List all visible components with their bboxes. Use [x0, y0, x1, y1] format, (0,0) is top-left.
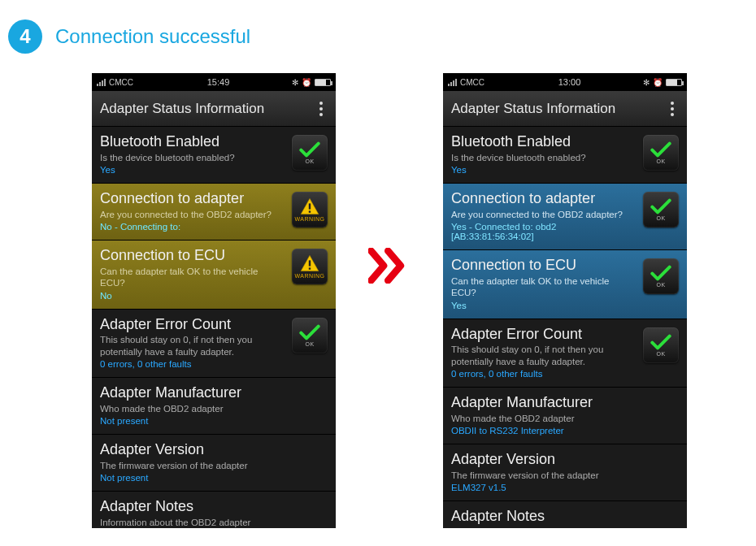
overflow-menu-icon[interactable]: [315, 97, 328, 121]
app-title: Adapter Status Information: [451, 101, 615, 117]
list-item-value: Not present: [100, 473, 328, 483]
wifi-icon: [137, 79, 145, 85]
arrow-right-icon: [365, 248, 414, 284]
battery-icon: [315, 79, 331, 86]
bluetooth-icon: ✻: [643, 78, 650, 87]
ok-badge: OK: [643, 135, 679, 171]
list-item-value: Yes - Connected to: obd2 [AB:33:81:56:34…: [451, 222, 637, 241]
list-item-title: Adapter Error Count: [100, 316, 285, 333]
list-item-title: Adapter Notes: [100, 498, 328, 515]
list-item-desc: This should stay on 0, if not then you p…: [451, 344, 637, 367]
list-item-title: Connection to ECU: [100, 247, 285, 264]
svg-rect-0: [309, 203, 311, 209]
bluetooth-icon: ✻: [292, 78, 298, 87]
list-item-desc: Information about the OBD2 adapter: [100, 517, 328, 528]
list-item-value: No - Connecting to:: [100, 222, 285, 232]
list-item[interactable]: Adapter Notes Information about the OBD2…: [92, 492, 336, 528]
list-item-desc: Is the device bluetooth enabled?: [100, 152, 285, 163]
ok-badge: OK: [643, 258, 679, 294]
ok-badge: OK: [643, 192, 679, 228]
status-bar: CMCC 15:49 ✻ ⏰: [92, 73, 336, 91]
list-item-desc: Is the device bluetooth enabled?: [451, 152, 637, 163]
list-item-value: No: [100, 291, 285, 301]
ok-badge: OK: [643, 327, 679, 363]
signal-icon: [97, 79, 106, 86]
alarm-icon: ⏰: [302, 78, 311, 87]
ok-badge: OK: [292, 318, 328, 353]
list-item-value: 0 errors, 0 other faults: [100, 359, 285, 369]
list-item[interactable]: Connection to ECU Can the adapter talk O…: [443, 250, 687, 318]
list-item-title: Adapter Manufacturer: [451, 394, 679, 411]
signal-icon: [448, 79, 457, 86]
list-item-desc: The firmware version of the adapter: [451, 470, 679, 481]
svg-rect-3: [309, 268, 311, 270]
list-item-value: Yes: [100, 165, 285, 175]
list-item-desc: Information about the OBD2 adapter: [451, 526, 679, 528]
list-item-title: Connection to adapter: [100, 190, 285, 207]
list-item[interactable]: Adapter Manufacturer Who made the OBD2 a…: [443, 388, 687, 444]
warning-badge: WARNING: [292, 192, 328, 228]
list-item-value: OBDII to RS232 Interpreter: [451, 426, 679, 436]
list-item[interactable]: Adapter Error Count This should stay on …: [92, 310, 336, 378]
list-item-desc: Are you connected to the OBD2 adapter?: [100, 209, 285, 220]
list-item-title: Adapter Notes: [451, 508, 679, 525]
status-list[interactable]: Bluetooth Enabled Is the device bluetoot…: [92, 127, 336, 528]
overflow-menu-icon[interactable]: [666, 97, 679, 121]
list-item-title: Adapter Version: [100, 441, 328, 458]
statusbar-time: 15:49: [207, 77, 230, 87]
list-item-value: ELM327 v1.5: [451, 483, 679, 492]
wifi-icon: [488, 79, 496, 85]
list-item[interactable]: Adapter Manufacturer Who made the OBD2 a…: [92, 378, 336, 435]
list-item-value: Yes: [451, 301, 637, 310]
list-item-value: Not present: [100, 416, 328, 426]
phone-before: CMCC 15:49 ✻ ⏰ Adapter Status Informatio…: [92, 73, 336, 528]
list-item-value: Yes: [451, 165, 637, 175]
list-item-title: Bluetooth Enabled: [451, 133, 637, 150]
page-title: Connection successful: [55, 25, 250, 48]
list-item[interactable]: Adapter Notes Information about the OBD2…: [443, 501, 687, 528]
list-item-title: Connection to ECU: [451, 257, 637, 274]
svg-rect-1: [309, 210, 311, 212]
list-item-value: 0 errors, 0 other faults: [451, 369, 637, 379]
list-item[interactable]: Adapter Error Count This should stay on …: [443, 319, 687, 388]
svg-rect-2: [309, 261, 311, 266]
list-item-desc: Can the adapter talk OK to the vehicle E…: [100, 266, 285, 289]
step-number-badge: 4: [8, 20, 42, 54]
list-item[interactable]: Connection to adapter Are you connected …: [92, 184, 336, 240]
list-item-desc: Who made the OBD2 adapter: [451, 413, 679, 424]
list-item-title: Bluetooth Enabled: [100, 133, 285, 150]
list-item[interactable]: Connection to ECU Can the adapter talk O…: [92, 240, 336, 309]
list-item-desc: Who made the OBD2 adapter: [100, 403, 328, 414]
list-item-desc: Are you connected to the OBD2 adapter?: [451, 209, 637, 220]
warning-badge: WARNING: [292, 249, 328, 284]
list-item[interactable]: Bluetooth Enabled Is the device bluetoot…: [92, 127, 336, 184]
ok-badge: OK: [292, 135, 328, 171]
carrier-label: CMCC: [109, 78, 133, 87]
carrier-label: CMCC: [460, 78, 484, 87]
app-title: Adapter Status Information: [100, 101, 264, 117]
statusbar-time: 13:00: [558, 77, 581, 87]
list-item-title: Adapter Error Count: [451, 326, 637, 343]
list-item-desc: This should stay on 0, if not then you p…: [100, 334, 285, 358]
list-item-title: Adapter Version: [451, 451, 679, 468]
app-bar: Adapter Status Information: [443, 91, 687, 127]
alarm-icon: ⏰: [653, 78, 663, 87]
battery-icon: [666, 79, 682, 86]
list-item-title: Adapter Manufacturer: [100, 384, 328, 401]
status-list[interactable]: Bluetooth Enabled Is the device bluetoot…: [443, 127, 687, 528]
list-item[interactable]: Adapter Version The firmware version of …: [92, 435, 336, 492]
list-item-desc: Can the adapter talk OK to the vehicle E…: [451, 275, 637, 299]
list-item-title: Connection to adapter: [451, 190, 637, 207]
list-item[interactable]: Adapter Version The firmware version of …: [443, 444, 687, 501]
list-item[interactable]: Bluetooth Enabled Is the device bluetoot…: [443, 127, 687, 184]
phone-after: CMCC 13:00 ✻ ⏰ Adapter Status Informatio…: [443, 73, 687, 528]
status-bar: CMCC 13:00 ✻ ⏰: [443, 73, 687, 91]
list-item-desc: The firmware version of the adapter: [100, 460, 328, 471]
list-item[interactable]: Connection to adapter Are you connected …: [443, 184, 687, 250]
app-bar: Adapter Status Information: [92, 91, 336, 127]
